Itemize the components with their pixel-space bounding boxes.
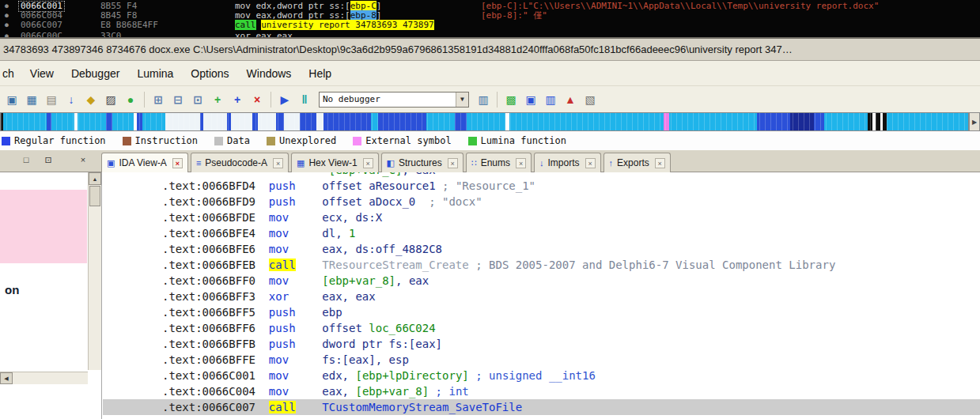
- disasm-line[interactable]: [ebp+var_C], eax: [162, 172, 980, 178]
- columns-icon[interactable]: ▥: [542, 91, 559, 108]
- legend-label: Instruction: [135, 135, 198, 146]
- debugger-address[interactable]: 0066C007: [21, 21, 62, 30]
- flags-icon[interactable]: ▲: [562, 91, 579, 108]
- disasm-line[interactable]: .text:0066BFD4 push offset aResource1 ; …: [162, 178, 980, 194]
- disasm-line[interactable]: .text:0066BFF0 mov [ebp+var_8], eax: [162, 273, 980, 289]
- disasm-line[interactable]: .text:0066C001 mov edx, [ebp+lpDirectory…: [162, 368, 980, 383]
- pause-icon[interactable]: ‖: [296, 91, 313, 108]
- debugger-row[interactable]: ●0066C007E8 B868E4FFcall university repo…: [0, 21, 980, 30]
- debugger-bytes: E8 B868E4FF: [100, 21, 158, 30]
- debugger-instruction: call university report 34783693 473897: [235, 21, 434, 30]
- combo-dropdown-icon[interactable]: ▼: [456, 92, 468, 107]
- debugger-instruction: xor eax,eax: [235, 32, 293, 39]
- tab-close-icon[interactable]: ×: [448, 158, 458, 168]
- tab-label: Structures: [399, 157, 442, 168]
- make-data-icon[interactable]: ⊟: [169, 91, 187, 108]
- legend-swatch: [123, 137, 131, 145]
- disasm-line[interactable]: .text:0066BFF5 push ebp: [162, 304, 980, 320]
- tab-structures[interactable]: ◧Structures×: [381, 153, 464, 172]
- tab-close-icon[interactable]: ×: [363, 158, 373, 168]
- dock-float-button[interactable]: ⊡: [41, 154, 55, 167]
- menu-item-view[interactable]: View: [21, 61, 62, 85]
- menu-item-ch[interactable]: ch: [0, 61, 21, 85]
- disasm-line[interactable]: .text:0066BFFE mov fs:[eax], esp: [162, 352, 980, 368]
- open-windows-icon[interactable]: ▩: [502, 91, 520, 108]
- menu-item-options[interactable]: Options: [182, 61, 237, 85]
- dock-restore-button[interactable]: □: [19, 154, 33, 167]
- menu-item-help[interactable]: Help: [300, 61, 340, 85]
- jump-icon[interactable]: ↓: [62, 91, 80, 108]
- scroll-left-icon[interactable]: ◀: [0, 372, 13, 384]
- debugger-comment: [ebp-8]:" 僅": [481, 11, 547, 21]
- disasm-line[interactable]: .text:0066BFF6 push offset loc_66C024: [162, 320, 980, 336]
- disasm-line[interactable]: .text:0066BFF3 xor eax, eax: [162, 289, 980, 304]
- debugger-pane[interactable]: ●0066C0018B55 F4mov edx,dword ptr ss:[eb…: [0, 0, 980, 39]
- search-icon[interactable]: ◆: [82, 91, 100, 108]
- navigation-band[interactable]: [0, 112, 969, 131]
- debugger-select[interactable]: No debugger▼: [319, 92, 469, 108]
- dock-close-button[interactable]: ×: [76, 154, 90, 167]
- tab-exports[interactable]: ↑Exports×: [604, 153, 671, 172]
- disasm-line[interactable]: .text:0066BFDE mov ecx, ds:X: [162, 210, 980, 225]
- tab-close-icon[interactable]: ×: [172, 158, 183, 168]
- tab-label: Enums: [481, 157, 510, 168]
- lumina-icon[interactable]: ●: [122, 91, 139, 108]
- sidebar-vertical-scrollbar[interactable]: ▲: [88, 172, 101, 370]
- segments-icon[interactable]: ▦: [23, 91, 40, 108]
- tab-close-icon[interactable]: ×: [585, 158, 596, 168]
- add-function-icon[interactable]: +: [209, 91, 226, 108]
- make-array-icon[interactable]: ⊡: [189, 91, 206, 108]
- toolbar-separator: [497, 92, 498, 108]
- make-code-icon[interactable]: ⊞: [149, 91, 167, 108]
- debugger-address[interactable]: 0066C00C: [21, 32, 62, 39]
- tab-close-icon[interactable]: ×: [516, 158, 526, 168]
- tab-bar: □ ⊡ × ▣IDA View-A×≡Pseudocode-A×▦Hex Vie…: [0, 150, 980, 172]
- printer-icon[interactable]: ▤: [43, 91, 60, 108]
- tab-imports[interactable]: ↓Imports×: [534, 153, 601, 172]
- pseudocode-icon: ≡: [196, 158, 201, 168]
- breakpoint-dot-icon[interactable]: ●: [5, 21, 9, 29]
- disasm-line[interactable]: .text:0066BFFB push dword ptr fs:[eax]: [162, 336, 980, 352]
- breakpoint-dot-icon[interactable]: ●: [5, 32, 9, 39]
- edit-function-icon[interactable]: +: [229, 91, 246, 108]
- disasm-line[interactable]: .text:0066C004 mov eax, [ebp+var_8] ; in…: [162, 383, 980, 399]
- tab-enums[interactable]: ∷Enums×: [466, 153, 532, 172]
- disasm-line[interactable]: .text:0066C007 call TCustomMemoryStream_…: [103, 399, 980, 415]
- undefine-icon[interactable]: ×: [248, 91, 266, 108]
- legend-swatch: [2, 137, 10, 145]
- debugger-options-icon[interactable]: ▥: [475, 91, 492, 108]
- disasm-line[interactable]: .text:0066BFE4 mov dl, 1: [162, 225, 980, 241]
- menu-item-debugger[interactable]: Debugger: [62, 61, 129, 85]
- breakpoint-dot-icon[interactable]: ●: [5, 12, 9, 20]
- legend-external-symbol: External symbol: [353, 135, 451, 146]
- window-title: 34783693 473897346 8734676 docx.exe C:\U…: [3, 43, 793, 55]
- sidebar-horizontal-scrollbar[interactable]: ◀: [0, 372, 88, 384]
- menu-item-windows[interactable]: Windows: [238, 61, 301, 85]
- disasm-line[interactable]: .text:0066BFE6 mov eax, ds:off_4882C8: [162, 241, 980, 257]
- debugger-row[interactable]: ●0066C00C33C0xor eax,eax: [0, 32, 980, 39]
- legend-lumina-function: Lumina function: [468, 135, 566, 146]
- tab-close-icon[interactable]: ×: [655, 158, 665, 168]
- disasm-line[interactable]: .text:0066BFD9 push offset aDocx_0 ; "do…: [162, 194, 980, 210]
- run-icon[interactable]: ▶: [276, 91, 293, 108]
- tab-ida-view-a[interactable]: ▣IDA View-A×: [101, 153, 188, 172]
- snapshot-icon[interactable]: ▨: [102, 91, 119, 108]
- disasm-listing[interactable]: [ebp+var_C], eax.text:0066BFD4 push offs…: [103, 172, 980, 419]
- camera-icon[interactable]: ▧: [581, 91, 599, 108]
- legend-label: Data: [227, 135, 250, 146]
- app-window: ●0066C0018B55 F4mov edx,dword ptr ss:[eb…: [0, 0, 980, 419]
- breakpoint-dot-icon[interactable]: ●: [5, 2, 9, 10]
- menu-item-lumina[interactable]: Lumina: [128, 61, 182, 85]
- legend-bar: Regular functionInstructionDataUnexplore…: [0, 131, 980, 150]
- tab-hex-view-1[interactable]: ▦Hex View-1×: [291, 153, 379, 172]
- disasm-line[interactable]: .text:0066BFEB call TResourceStream_Crea…: [162, 257, 980, 273]
- scroll-up-icon[interactable]: ▲: [89, 172, 101, 185]
- breakpoints-icon[interactable]: ▣: [522, 91, 539, 108]
- scrollbar-thumb[interactable]: [89, 186, 100, 206]
- tab-close-icon[interactable]: ×: [273, 158, 283, 168]
- tab-pseudocode-a[interactable]: ≡Pseudocode-A×: [191, 153, 289, 172]
- debugger-bytes: 33C0: [100, 32, 122, 39]
- navband-scroll-right-button[interactable]: ▶: [969, 112, 980, 131]
- legend-data: Data: [214, 135, 250, 146]
- windows-icon[interactable]: ▣: [3, 91, 21, 108]
